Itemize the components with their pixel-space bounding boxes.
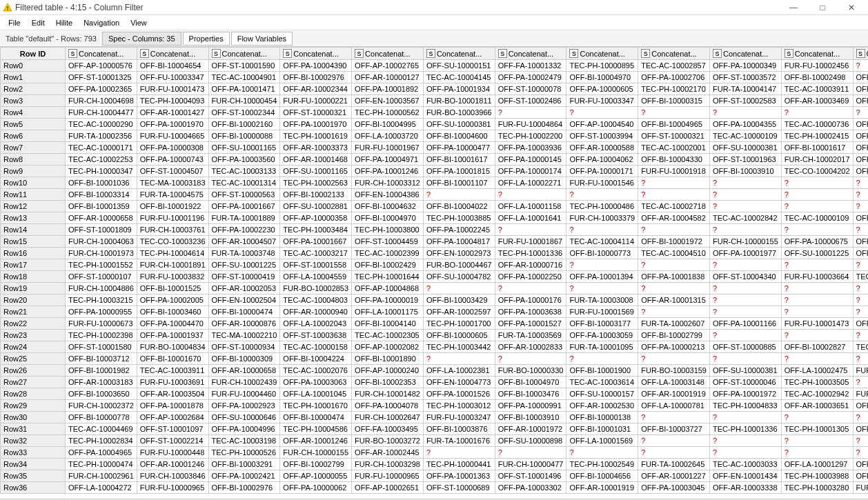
table-row[interactable]: Row10OFF-BI-10001036TEC-MA-10003183TEC-A… (1, 177, 869, 189)
data-cell: OFF-AP-10002765 (352, 60, 424, 72)
table-row[interactable]: Row8TEC-AC-10002253OFF-PA-10000743OFF-PA… (1, 154, 869, 166)
table-row[interactable]: Row14OFF-ST-10001809FUR-CH-10003761OFF-P… (1, 224, 869, 236)
table-viewport[interactable]: Row IDSConcatenat...SConcatenat...SConca… (0, 47, 868, 499)
table-row[interactable]: Row4FUR-CH-10004477OFF-AR-10001427OFF-ST… (1, 107, 869, 119)
column-header[interactable]: SConcatenat... (423, 48, 495, 60)
table-row[interactable]: Row16FUR-CH-10001973TEC-PH-10004614FUR-T… (1, 248, 869, 259)
table-row[interactable]: Row2OFF-PA-10002365FUR-FU-10001473OFF-PA… (1, 83, 869, 95)
table-row[interactable]: Row26OFF-BI-10001982TEC-AC-10003911OFF-A… (1, 365, 869, 377)
data-cell: FUR-TA-10001095 (566, 341, 638, 353)
table-row[interactable]: Row31TEC-AC-10004469OFF-ST-10001097OFF-P… (1, 423, 869, 435)
data-cell: OFF-PA-100... (853, 154, 868, 166)
table-row[interactable]: Row6FUR-TA-10002356FUR-FU-10004665OFF-BI… (1, 130, 869, 142)
table-row[interactable]: Row13OFF-AR-10000658FUR-FU-10001196FUR-T… (1, 212, 869, 224)
data-cell: OFF-PA-10000308 (137, 142, 208, 154)
tab-spec[interactable]: Spec - Columns: 35 (102, 32, 181, 46)
table-row[interactable]: Row5TEC-AC-10000290OFF-PA-10001970OFF-BI… (1, 119, 869, 130)
minimize-button[interactable]: — (780, 1, 807, 14)
rowid-cell: Row31 (1, 423, 66, 435)
column-header[interactable]: SConcatenat... (781, 48, 853, 60)
rowid-cell: Row32 (1, 435, 66, 447)
table-row[interactable]: Row12OFF-BI-10001359OFF-BI-10001922OFF-P… (1, 201, 869, 212)
data-cell: OFF-BI-10002799 (280, 459, 352, 470)
data-cell: TEC-PH-10000474 (66, 459, 137, 470)
column-header[interactable]: SConcatenat... (566, 48, 638, 60)
column-header[interactable]: SConcatenat... (710, 48, 782, 60)
tab-properties[interactable]: Properties (183, 32, 230, 46)
menu-view[interactable]: View (125, 17, 152, 28)
table-row[interactable]: Row29FUR-CH-10002372OFF-PA-10001878OFF-P… (1, 400, 869, 412)
table-row[interactable]: Row19FUR-CH-10004886OFF-BI-10001525OFF-A… (1, 283, 869, 294)
column-header[interactable]: SConcatenat... (853, 48, 868, 60)
column-header[interactable]: SConcatenat... (352, 48, 424, 60)
table-row[interactable]: Row11OFF-BI-10003314FUR-TA-10004575OFF-S… (1, 189, 869, 201)
table-row[interactable]: Row33OFF-PA-10004965FUR-FU-10000448TEC-P… (1, 447, 869, 459)
close-button[interactable]: ✕ (838, 1, 865, 14)
data-cell: OFF-BI-10000138 (566, 412, 638, 423)
data-cell: ? (495, 283, 566, 294)
column-header[interactable]: SConcatenat... (66, 48, 137, 60)
data-cell: FUR-FU-100... (853, 365, 868, 377)
table-row[interactable]: Row23TEC-PH-10002398OFF-PA-10001937TEC-M… (1, 330, 869, 341)
data-cell: ? (781, 224, 853, 236)
rowid-cell: Row20 (1, 294, 66, 306)
column-header[interactable]: SConcatenat... (137, 48, 208, 60)
data-cell: ? (781, 353, 853, 365)
column-header[interactable]: SConcatenat... (638, 48, 710, 60)
table-row[interactable]: Row25OFF-BI-10003712OFF-BI-10001670OFF-B… (1, 353, 869, 365)
table-row[interactable]: Row1OFF-ST-10001325OFF-FU-10003347TEC-AC… (1, 72, 869, 83)
data-cell: TEC-PH-10004614 (137, 248, 208, 259)
tab-flow-variables[interactable]: Flow Variables (231, 32, 293, 46)
data-cell: OFF-ST-10002344 (208, 107, 280, 119)
data-cell: ? (781, 294, 853, 306)
data-cell: FUR-CH-10002372 (66, 400, 137, 412)
table-row[interactable]: Row3FUR-CH-10004698TEC-PH-10004093FUR-CH… (1, 95, 869, 107)
menu-edit[interactable]: Edit (26, 17, 50, 28)
data-cell: TEC-PH-10002200 (495, 130, 566, 142)
data-cell: OFF-ST-10003638 (280, 330, 352, 341)
table-row[interactable]: Row17TEC-PH-10001552FUR-CH-10001891OFF-S… (1, 259, 869, 271)
data-cell: TEC-PH-10000347 (66, 166, 137, 177)
data-cell: FUR-BO-10001811 (423, 95, 495, 107)
rowid-header[interactable]: Row ID (1, 48, 66, 60)
data-cell: OFF-AR-10001315 (638, 294, 710, 306)
table-row[interactable]: Row21OFF-PA-10000955OFF-BI-10003460OFF-B… (1, 306, 869, 318)
maximize-button[interactable]: □ (809, 1, 836, 14)
table-row[interactable]: Row20TEC-PH-10003215OFF-PA-10002005OFF-E… (1, 294, 869, 306)
table-row[interactable]: Row36OFF-LA-10004272FUR-FU-10000965OFF-B… (1, 482, 869, 494)
data-cell: ? (710, 189, 782, 201)
data-cell: OFF-BI-10000778 (66, 412, 137, 423)
data-cell: OFF-AP-10002684 (137, 412, 208, 423)
table-row[interactable]: Row0OFF-AP-10000576OFF-BI-10004654OFF-ST… (1, 60, 869, 72)
data-cell: OFF-BI-10004654 (137, 60, 208, 72)
data-cell: FUR-FU-10000448 (137, 447, 208, 459)
column-header[interactable]: SConcatenat... (280, 48, 352, 60)
table-row[interactable]: Row15FUR-CH-10004063TEC-CO-10003236OFF-A… (1, 236, 869, 248)
data-cell: FUR-CH-10003298 (352, 459, 424, 470)
menu-hilite[interactable]: Hilite (50, 17, 78, 28)
data-cell: OFF-AR-10002530 (566, 400, 638, 412)
table-row[interactable]: Row18OFF-ST-10000107FUR-FU-10003832OFF-S… (1, 271, 869, 283)
table-row[interactable]: Row28OFF-BI-10003650OFF-AR-10003504FUR-F… (1, 388, 869, 400)
data-cell: TEC-AC-10002076 (280, 365, 352, 377)
data-cell: FUR-FU-10003247 (423, 412, 495, 423)
menu-navigation[interactable]: Navigation (78, 17, 125, 28)
column-header[interactable]: SConcatenat... (495, 48, 566, 60)
menu-file[interactable]: File (3, 17, 26, 28)
table-row[interactable]: Row32TEC-PH-10002834OFF-ST-10002214TEC-A… (1, 435, 869, 447)
data-cell: OFF-EN-10004386 (352, 189, 424, 201)
table-row[interactable]: Row7TEC-AC-10000171OFF-PA-10000308OFF-SU… (1, 142, 869, 154)
data-cell: ? (423, 189, 495, 201)
table-row[interactable]: Row22FUR-FU-10000673OFF-PA-10004470OFF-A… (1, 318, 869, 330)
table-row[interactable]: Row27OFF-AR-10003183FUR-FU-10003691FUR-C… (1, 377, 869, 388)
data-cell: ? (566, 447, 638, 459)
table-row[interactable]: Row30OFF-BI-10000778OFF-AP-10002684OFF-S… (1, 412, 869, 423)
table-row[interactable]: Row24OFF-ST-10001580FUR-BO-10004834OFF-S… (1, 341, 869, 353)
table-row[interactable]: Row9TEC-PH-10000347OFF-ST-10004507TEC-AC… (1, 166, 869, 177)
data-cell: OFF-BI-10002799 (638, 330, 710, 341)
table-row[interactable]: Row34TEC-PH-10000474OFF-AR-10001246OFF-B… (1, 459, 869, 470)
table-row[interactable]: Row35FUR-CH-10002961FUR-CH-10003846OFF-P… (1, 470, 869, 482)
data-cell: OFF-BI-10002827 (781, 341, 853, 353)
rowid-cell: Row8 (1, 154, 66, 166)
column-header[interactable]: SConcatenat... (208, 48, 280, 60)
